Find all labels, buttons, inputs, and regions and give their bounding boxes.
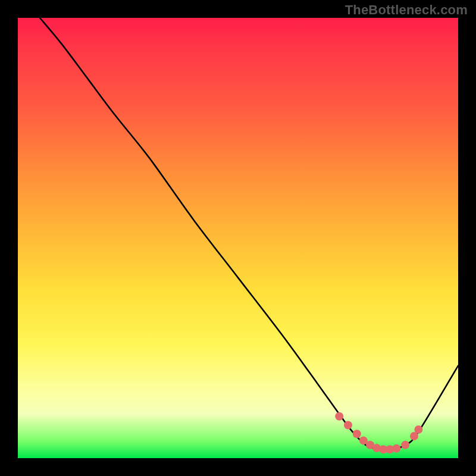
valley-marker-dot	[353, 430, 361, 438]
plot-area	[18, 18, 458, 458]
valley-marker-dot	[401, 441, 409, 449]
bottleneck-curve-path	[40, 18, 458, 450]
chart-frame: TheBottleneck.com	[0, 0, 476, 476]
valley-marker-dot	[344, 421, 352, 430]
valley-marker-dot	[392, 444, 400, 453]
valley-marker-dot	[335, 412, 343, 421]
watermark-text: TheBottleneck.com	[345, 2, 468, 18]
curve-layer	[18, 18, 458, 458]
valley-marker-dot	[414, 425, 422, 434]
valley-markers-group	[335, 412, 422, 454]
